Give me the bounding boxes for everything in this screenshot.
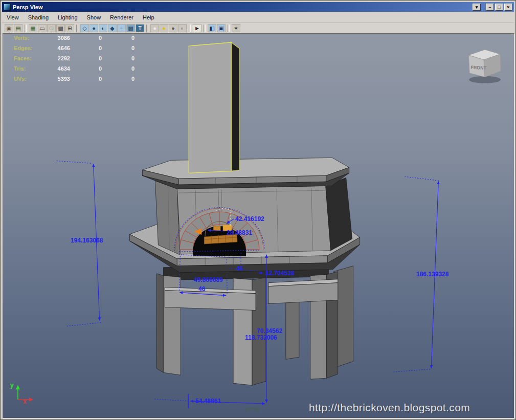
minimize-button[interactable]: − xyxy=(486,4,494,11)
smooth-shade-selected-icon[interactable]: ◐ xyxy=(99,24,107,32)
use-no-lights-icon[interactable]: ● xyxy=(150,24,159,32)
menu-show[interactable]: Show xyxy=(82,13,106,21)
gate-mask-icon[interactable]: ▩ xyxy=(56,24,65,32)
bounding-box-icon[interactable]: ▫ xyxy=(117,24,126,32)
persp-view-window: Persp View ▾ − □ × ViewShadingLightingSh… xyxy=(0,0,516,420)
dimension-label[interactable]: 186.139328 xyxy=(416,271,448,278)
smooth-shade-all-icon[interactable]: ● xyxy=(89,24,98,32)
watermark-url: http://thebrickoven.blogspot.com xyxy=(309,402,470,414)
window-menu-button[interactable]: ▾ xyxy=(473,4,481,11)
toolbar-separator xyxy=(228,25,230,32)
title-bar[interactable]: Persp View ▾ − □ × xyxy=(2,2,514,12)
checker-icon[interactable]: ▩ xyxy=(126,24,135,32)
textured-icon[interactable]: T xyxy=(136,24,144,32)
camera-attributes-icon[interactable]: ▤ xyxy=(14,24,23,32)
dimension-label[interactable]: 194.163068 xyxy=(71,237,103,244)
highlight-selection-icon[interactable]: ► xyxy=(193,24,201,32)
resolution-gate-icon[interactable]: □ xyxy=(47,24,56,32)
toolbar-separator xyxy=(189,25,191,32)
field-chart-icon[interactable]: ⊞ xyxy=(65,24,74,32)
close-button[interactable]: × xyxy=(504,4,512,11)
dimension-label[interactable]: 49.866689 xyxy=(194,276,223,283)
menu-bar: ViewShadingLightingShowRendererHelp xyxy=(2,12,514,23)
menu-view[interactable]: View xyxy=(2,13,24,21)
camera-icon[interactable]: ◉ xyxy=(5,24,13,32)
viewport[interactable]: FRONT Verts:308600Edges:464600Faces:2292… xyxy=(3,33,514,418)
menu-help[interactable]: Help xyxy=(138,13,159,21)
toolbar-separator xyxy=(204,25,206,32)
film-gate-icon[interactable]: ▭ xyxy=(38,24,47,32)
y-axis-label: y xyxy=(10,382,14,389)
dimension-label[interactable]: 28.48831 xyxy=(227,229,252,236)
window-title: Persp View xyxy=(13,4,43,10)
menu-shading[interactable]: Shading xyxy=(24,13,53,21)
x-axis-label: x xyxy=(23,398,27,405)
dimension-label[interactable]: 42.416192 xyxy=(235,215,264,223)
menu-lighting[interactable]: Lighting xyxy=(53,13,82,21)
use-selected-lights-icon[interactable]: ◐ xyxy=(178,24,187,32)
flat-shade-icon[interactable]: ◆ xyxy=(108,24,117,32)
toolbar-separator xyxy=(76,25,78,32)
toolbar-separator xyxy=(25,25,27,32)
window-icon xyxy=(4,4,11,11)
panel-toolbar: ◉▤▦▭□▩⊞◇●◐◆▫▩T●●●◐►◧▣✶ xyxy=(2,23,514,33)
dimension-label[interactable]: 70.34562 xyxy=(257,327,282,335)
wireframe-icon[interactable]: ◇ xyxy=(80,24,89,32)
xray-icon[interactable]: ▣ xyxy=(217,24,226,32)
hypergraph-connections-icon[interactable]: ✶ xyxy=(232,24,240,32)
dimension-label[interactable]: 46 xyxy=(236,265,243,272)
dimension-label[interactable]: 46 xyxy=(198,285,205,293)
isolate-select-icon[interactable]: ◧ xyxy=(208,24,216,32)
maximize-button[interactable]: □ xyxy=(495,4,503,11)
toolbar-separator xyxy=(146,25,148,32)
use-all-lights-icon[interactable]: ● xyxy=(169,24,177,32)
grid-icon[interactable]: ▦ xyxy=(29,24,37,32)
menu-renderer[interactable]: Renderer xyxy=(105,13,138,21)
dimension-label[interactable]: 118.732006 xyxy=(245,334,277,341)
dimension-label[interactable]: 12.704538 xyxy=(265,270,295,277)
dimension-labels-layer: 194.16306842.41619228.488314612.70453849… xyxy=(3,34,514,418)
dimension-label[interactable]: 54.48861 xyxy=(195,397,221,405)
use-default-lighting-icon[interactable]: ● xyxy=(160,24,168,32)
camera-name-label: persp xyxy=(245,406,260,412)
